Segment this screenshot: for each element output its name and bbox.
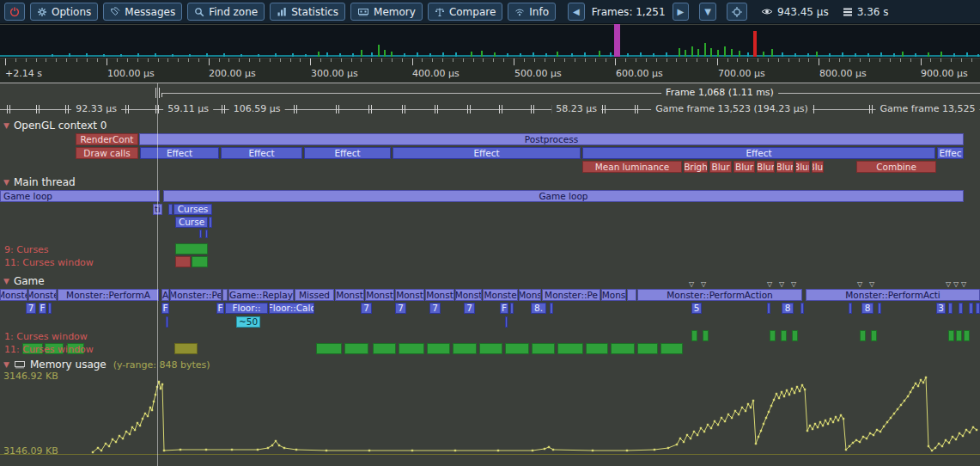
zone-bar[interactable]: Monste xyxy=(28,289,57,301)
zone-bar[interactable]: Missed xyxy=(295,289,334,301)
frame-bar[interactable] xyxy=(361,50,362,57)
frame-bar[interactable] xyxy=(653,53,654,57)
zone-bar[interactable]: 8 xyxy=(782,303,794,314)
frame-bar[interactable] xyxy=(52,54,53,57)
frame-set-dropdown-button[interactable]: ▼ xyxy=(699,3,716,21)
zone-bar[interactable]: Mons xyxy=(601,289,626,301)
message-marker-icon[interactable]: ▽ xyxy=(767,280,772,288)
zone-bar[interactable] xyxy=(205,230,208,238)
compare-button[interactable]: Compare xyxy=(428,3,502,21)
zone-bar[interactable] xyxy=(199,230,202,238)
frame-bar[interactable] xyxy=(571,53,573,57)
zone-bar[interactable] xyxy=(849,303,852,314)
section-header-memory[interactable]: ▼ Memory usage (y-range: 848 bytes) xyxy=(3,359,210,371)
zone-bar[interactable]: Combine xyxy=(856,161,936,173)
zone-bar[interactable] xyxy=(976,303,980,314)
message-marker-icon[interactable]: ▽ xyxy=(869,280,874,288)
frame-bar[interactable] xyxy=(86,53,88,57)
lock-thread-label[interactable]: 11: Curses window xyxy=(4,257,94,268)
zone-bar[interactable]: 7 xyxy=(429,303,441,314)
frame-bar[interactable] xyxy=(391,52,393,57)
frame-bar[interactable] xyxy=(966,52,968,57)
frame-splits-band[interactable]: 92.33 μs59.11 μs106.59 μs58.23 μsGame fr… xyxy=(0,101,980,118)
section-header-main-thread[interactable]: ▼Main thread xyxy=(3,176,76,188)
zone-bar[interactable]: Blur xyxy=(709,161,732,173)
frame-bar[interactable] xyxy=(318,52,320,57)
zone-bar[interactable]: Monst xyxy=(335,289,364,301)
zone-bar[interactable] xyxy=(175,256,191,267)
frame-bar[interactable] xyxy=(292,53,294,57)
frame-bar[interactable] xyxy=(915,53,916,57)
message-marker-icon[interactable]: ▽ xyxy=(791,280,796,288)
collapse-icon[interactable]: ▼ xyxy=(3,121,9,130)
zone-bar[interactable]: ~50 xyxy=(236,316,260,328)
frame-bar[interactable] xyxy=(763,52,764,57)
zone-bar[interactable]: Monster::PerformAction xyxy=(637,289,802,301)
zone-bar[interactable] xyxy=(175,243,208,254)
frame-bar[interactable] xyxy=(666,52,667,57)
frame-bar[interactable] xyxy=(610,52,612,57)
zone-bar[interactable] xyxy=(948,330,954,341)
zone-bar[interactable] xyxy=(878,303,881,314)
frame-bar[interactable] xyxy=(481,51,483,57)
zone-bar[interactable]: Mons xyxy=(519,289,541,301)
zone-bar[interactable] xyxy=(964,330,970,341)
frame-bar[interactable] xyxy=(240,54,242,57)
message-marker-icon[interactable]: ▽ xyxy=(689,280,694,288)
zone-bar[interactable]: F xyxy=(39,303,46,314)
frame-bar[interactable] xyxy=(794,53,796,57)
zone-bar[interactable] xyxy=(969,303,973,314)
zone-bar[interactable]: Blur xyxy=(812,161,824,173)
frame-bar[interactable] xyxy=(69,53,70,57)
frame-bar[interactable] xyxy=(691,46,693,57)
frame-bar[interactable] xyxy=(697,49,699,57)
message-marker-icon[interactable]: ▽ xyxy=(961,280,966,288)
frame-overview-histogram[interactable] xyxy=(0,25,980,58)
zone-bar[interactable]: F xyxy=(500,303,508,314)
message-marker-icon[interactable]: ▽ xyxy=(779,280,784,288)
time-ruler[interactable]: +2.14 s100.00 μs200.00 μs300.00 μs400.00… xyxy=(0,58,980,83)
zone-bar[interactable] xyxy=(770,330,776,341)
frame-bar[interactable] xyxy=(371,52,373,57)
frame-bar[interactable] xyxy=(103,54,105,57)
zone-bar[interactable] xyxy=(399,343,424,354)
zone-bar[interactable]: Monster::Pe xyxy=(170,289,222,301)
message-marker-icon[interactable]: ▽ xyxy=(701,280,706,288)
frame-bar[interactable] xyxy=(855,53,856,57)
zone-bar[interactable]: Draw calls xyxy=(76,147,138,159)
zone-bar[interactable]: Curse xyxy=(175,217,208,228)
zone-bar[interactable]: 7 xyxy=(26,303,36,314)
zone-bar[interactable] xyxy=(373,343,396,354)
frame-bar[interactable] xyxy=(717,50,719,57)
frame-bar[interactable] xyxy=(880,52,882,57)
find-zone-button[interactable]: Find zone xyxy=(187,3,265,21)
zone-bar[interactable] xyxy=(781,330,787,341)
frame-bar[interactable] xyxy=(429,53,431,57)
zone-bar[interactable]: Brigh xyxy=(684,161,708,173)
frame-bar[interactable] xyxy=(753,31,757,57)
zone-bar[interactable] xyxy=(48,303,52,314)
frame-bar[interactable] xyxy=(507,53,508,57)
frame-bar[interactable] xyxy=(902,52,904,57)
frame-bar[interactable] xyxy=(816,52,818,57)
frame-bar[interactable] xyxy=(842,52,843,57)
zone-bar[interactable] xyxy=(611,343,635,354)
frame-bar[interactable] xyxy=(520,53,521,57)
zone-bar[interactable] xyxy=(479,343,502,354)
zone-bar[interactable] xyxy=(956,330,962,341)
zone-bar[interactable]: 8. xyxy=(531,303,546,314)
collapse-icon[interactable]: ▼ xyxy=(3,277,9,285)
zone-bar[interactable]: Game loop xyxy=(163,190,964,202)
zone-bar[interactable]: F xyxy=(161,303,169,314)
zone-bar[interactable] xyxy=(703,330,709,341)
frame-bar[interactable] xyxy=(739,51,740,57)
frame-bar[interactable] xyxy=(206,53,208,57)
goto-frame-button[interactable] xyxy=(727,3,747,21)
message-marker-icon[interactable]: ▽ xyxy=(953,280,959,288)
zone-bar[interactable]: Monster::PerformActi xyxy=(806,289,980,301)
zone-bar[interactable]: Blur xyxy=(776,161,794,173)
frame-bar[interactable] xyxy=(404,53,405,57)
zone-bar[interactable] xyxy=(586,343,608,354)
zone-bar[interactable] xyxy=(168,204,173,215)
zone-bar[interactable] xyxy=(316,343,342,354)
